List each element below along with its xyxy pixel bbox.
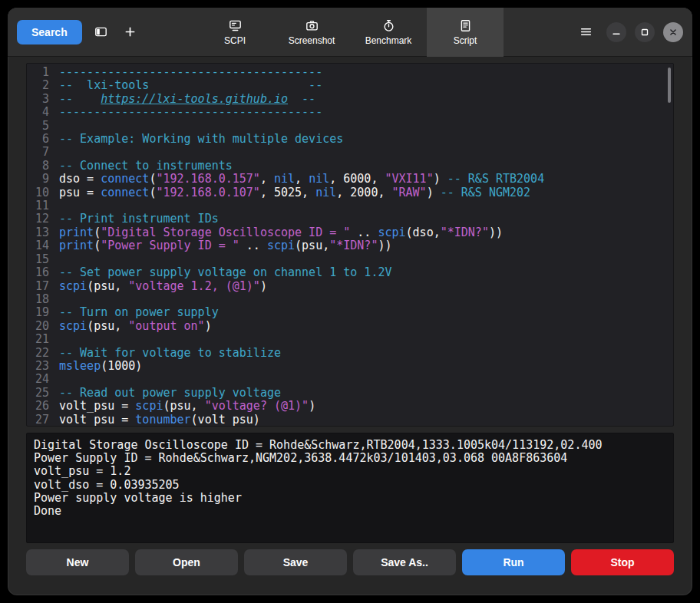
code-text: print("Power Supply ID = " .. scpi(psu,"… [59, 239, 392, 252]
code-text: -- Set power supply voltage on channel 1… [59, 266, 391, 279]
open-button[interactable]: Open [135, 549, 238, 575]
search-button[interactable]: Search [17, 20, 82, 44]
tab-scpi[interactable]: SCPI [196, 8, 273, 57]
code-text: -- https://lxi-tools.github.io -- [59, 93, 315, 106]
code-text: psu = connect("192.168.0.107", 5025, nil… [59, 186, 530, 199]
code-text: -------------------------------------- [59, 106, 322, 119]
code-line: 9dso = connect("192.168.0.157", nil, nil… [27, 173, 673, 186]
new-button[interactable]: New [26, 549, 129, 575]
code-text: -- Wait for voltage to stabilize [59, 347, 281, 360]
code-line: 16-- Set power supply voltage on channel… [27, 266, 673, 279]
line-number: 14 [27, 239, 59, 252]
script-icon [459, 19, 472, 32]
lxi-tools-window: Search SCPIScreenshotBenchmarkScript 1--… [8, 8, 692, 595]
line-number: 21 [27, 333, 59, 346]
code-line: 12-- Print instrument IDs [27, 213, 673, 226]
line-number: 5 [27, 120, 59, 133]
console-line: volt_psu = 1.2 [34, 465, 666, 478]
save-button[interactable]: Save [244, 549, 347, 575]
code-text: scpi(psu, "output on") [59, 320, 212, 333]
code-line: 21 [27, 333, 673, 346]
tab-label: Benchmark [365, 35, 412, 46]
code-text: scpi(psu, "voltage 1.2, (@1)") [59, 280, 267, 293]
line-number: 26 [27, 400, 59, 413]
line-number: 8 [27, 160, 59, 173]
console-lines: Digital Storage Oscilloscope ID = Rohde&… [34, 439, 666, 518]
code-line: 17scpi(psu, "voltage 1.2, (@1)") [27, 280, 673, 293]
code-line: 15 [27, 253, 673, 266]
header-bar: Search SCPIScreenshotBenchmarkScript [8, 8, 692, 57]
code-line: 13print("Digital Storage Oscilloscope ID… [27, 226, 673, 239]
scpi-terminal-icon [229, 19, 242, 32]
code-text: -- Example: Working with multiple device… [59, 133, 343, 146]
window-content: 1--------------------------------------2… [8, 57, 692, 575]
console-line: Done [34, 505, 666, 518]
code-line: 24 [27, 373, 673, 386]
console-line: Digital Storage Oscilloscope ID = Rohde&… [34, 439, 666, 452]
code-line: 14print("Power Supply ID = " .. scpi(psu… [27, 239, 673, 252]
line-number: 23 [27, 360, 59, 373]
line-number: 18 [27, 293, 59, 306]
main-menu-button[interactable] [573, 20, 598, 44]
maximize-icon [639, 27, 650, 38]
tab-label: SCPI [224, 35, 246, 46]
console-line: Power Supply ID = Rohde&Schwarz,NGM202,3… [34, 452, 666, 465]
close-button[interactable] [663, 22, 683, 42]
editor-scrollbar[interactable] [668, 68, 671, 103]
line-number: 12 [27, 213, 59, 226]
panel-toggle-icon [94, 25, 107, 38]
code-text: -- Turn on power supply [59, 306, 219, 319]
stop-button[interactable]: Stop [571, 549, 674, 575]
action-button-bar: NewOpenSaveSave As..RunStop [26, 549, 674, 575]
maximize-button[interactable] [635, 22, 655, 42]
run-button[interactable]: Run [462, 549, 565, 575]
header-left-group: Search [17, 20, 143, 44]
code-line: 10psu = connect("192.168.0.107", 5025, n… [27, 186, 673, 199]
line-number: 22 [27, 347, 59, 360]
code-line: 18 [27, 293, 673, 306]
code-text: volt_psu = tonumber(volt_psu) [59, 414, 260, 427]
code-text: -- lxi-tools -- [59, 79, 322, 92]
code-text: print("Digital Storage Oscilloscope ID =… [59, 226, 503, 239]
view-switcher: SCPIScreenshotBenchmarkScript [196, 8, 504, 57]
save-as-button[interactable]: Save As.. [353, 549, 456, 575]
code-line: 1-------------------------------------- [27, 66, 673, 79]
code-line: 19-- Turn on power supply [27, 306, 673, 319]
code-line: 8-- Connect to instruments [27, 160, 673, 173]
tab-label: Script [454, 35, 477, 46]
line-number: 25 [27, 387, 59, 400]
code-line: 25-- Read out power supply voltage [27, 387, 673, 400]
line-number: 11 [27, 199, 59, 213]
line-number: 24 [27, 373, 59, 386]
new-tab-button[interactable] [118, 20, 143, 44]
tab-screenshot[interactable]: Screenshot [273, 8, 350, 57]
output-console[interactable]: Digital Storage Oscilloscope ID = Rohde&… [26, 433, 674, 543]
line-number: 16 [27, 266, 59, 279]
sidebar-toggle-button[interactable] [89, 20, 114, 44]
line-number: 15 [27, 253, 59, 266]
minimize-icon [611, 27, 622, 38]
line-number: 6 [27, 133, 59, 146]
code-line: 26volt_psu = scpi(psu, "voltage? (@1)") [27, 400, 673, 413]
header-left-icon-buttons [89, 20, 143, 44]
script-editor[interactable]: 1--------------------------------------2… [26, 63, 674, 427]
console-line: volt_dso = 0.03935205 [34, 479, 666, 492]
minimize-button[interactable] [606, 22, 626, 42]
stopwatch-icon [382, 19, 395, 32]
menu-icon [579, 25, 593, 38]
code-text: -- Connect to instruments [59, 160, 233, 173]
code-line: 6-- Example: Working with multiple devic… [27, 133, 673, 146]
plus-icon [124, 25, 137, 38]
code-text: -------------------------------------- [59, 66, 322, 79]
code-line: 7 [27, 146, 673, 159]
tab-label: Screenshot [289, 35, 335, 46]
line-number: 13 [27, 226, 59, 239]
line-number: 9 [27, 173, 59, 186]
line-number: 10 [27, 186, 59, 199]
code-text: -- Print instrument IDs [59, 213, 219, 226]
code-line: 2-- lxi-tools -- [27, 79, 673, 92]
code-text: volt_psu = scpi(psu, "voltage? (@1)") [59, 400, 315, 413]
tab-benchmark[interactable]: Benchmark [350, 8, 427, 57]
tab-script[interactable]: Script [427, 8, 504, 57]
line-number: 19 [27, 306, 59, 319]
